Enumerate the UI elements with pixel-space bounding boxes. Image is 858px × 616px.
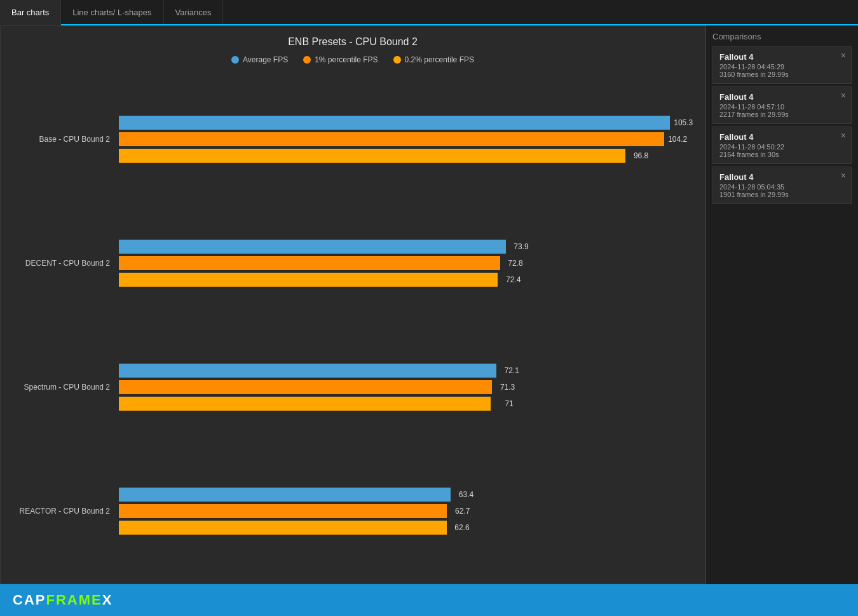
comparison-game-1: Fallout 4: [719, 92, 845, 102]
chart-legend: Average FPS 1% percentile FPS 0.2% perce…: [11, 55, 695, 64]
bar-value-3-0: 63.4: [459, 490, 473, 499]
logo-part2: X: [102, 592, 113, 608]
bar-group-3: REACTOR - CPU Bound 263.462.762.6: [11, 488, 695, 535]
bars-container-2: 72.171.371: [119, 364, 695, 411]
tab-bar-charts[interactable]: Bar charts: [0, 0, 61, 25]
legend-item-02pct: 0.2% percentile FPS: [393, 55, 474, 64]
bar-row-3-0: 63.4: [119, 488, 695, 502]
bar-1-2: 72.4: [119, 273, 498, 287]
legend-dot-02pct: [393, 56, 401, 64]
bar-row-2-1: 71.3: [119, 380, 695, 394]
chart-area: ENB Presets - CPU Bound 2 Average FPS 1%…: [0, 25, 705, 584]
comparison-date-1: 2024-11-28 04:57:10: [719, 103, 845, 111]
bar-2-2: 71: [119, 397, 491, 411]
bar-group-label-1: DECENT - CPU Bound 2: [11, 259, 119, 268]
comparison-card-0: Fallout 4 2024-11-28 04:45:29 3160 frame…: [712, 46, 852, 84]
tab-line-charts[interactable]: Line charts/ L-shapes: [61, 0, 163, 24]
bar-chart: Base - CPU Bound 2105.3104.296.8DECENT -…: [11, 77, 695, 573]
bar-row-0-0: 105.3: [119, 116, 695, 130]
bar-row-1-1: 72.8: [119, 256, 695, 270]
legend-dot-avg: [231, 56, 239, 64]
comparison-game-0: Fallout 4: [719, 52, 845, 62]
close-button-1[interactable]: ×: [841, 91, 846, 100]
comparison-frames-2: 2164 frames in 30s: [719, 151, 845, 158]
bar-value-1-0: 73.9: [514, 242, 528, 251]
bar-1-0: 73.9: [119, 240, 506, 254]
bar-value-1-1: 72.8: [508, 259, 522, 268]
bar-2-1: 71.3: [119, 380, 492, 394]
chart-title: ENB Presets - CPU Bound 2: [11, 36, 695, 48]
legend-dot-1pct: [303, 56, 311, 64]
legend-label-1pct: 1% percentile FPS: [315, 55, 378, 64]
comparison-frames-1: 2217 frames in 29.99s: [719, 111, 845, 118]
legend-item-avg: Average FPS: [231, 55, 288, 64]
close-button-0[interactable]: ×: [841, 51, 846, 60]
bar-value-1-2: 72.4: [506, 275, 521, 284]
bar-value-2-1: 71.3: [500, 383, 515, 392]
bar-0-0: 105.3: [119, 116, 670, 130]
comparison-date-0: 2024-11-28 04:45:29: [719, 63, 845, 71]
bar-group-label-0: Base - CPU Bound 2: [11, 135, 119, 144]
bar-row-1-0: 73.9: [119, 240, 695, 254]
bar-value-0-0: 105.3: [674, 118, 693, 127]
bar-row-2-0: 72.1: [119, 364, 695, 378]
comparison-card-1: Fallout 4 2024-11-28 04:57:10 2217 frame…: [712, 86, 852, 124]
legend-item-1pct: 1% percentile FPS: [303, 55, 378, 64]
bar-3-1: 62.7: [119, 504, 447, 518]
logo-part1: CAP: [13, 592, 46, 608]
bar-0-1: 104.2: [119, 132, 664, 146]
bar-row-0-1: 104.2: [119, 132, 695, 146]
bar-value-0-1: 104.2: [668, 135, 687, 144]
bar-row-0-2: 96.8: [119, 149, 695, 163]
comparison-game-3: Fallout 4: [719, 172, 845, 182]
tab-bar: Bar charts Line charts/ L-shapes Varianc…: [0, 0, 858, 25]
bar-2-0: 72.1: [119, 364, 496, 378]
comparison-date-3: 2024-11-28 05:04:35: [719, 183, 845, 191]
bar-group-0: Base - CPU Bound 2105.3104.296.8: [11, 116, 695, 163]
tab-variances[interactable]: Variances: [164, 0, 224, 24]
legend-label-02pct: 0.2% percentile FPS: [405, 55, 474, 64]
bar-3-0: 63.4: [119, 488, 451, 502]
footer-logo: CAPFRAMEX: [13, 592, 112, 608]
main-content: ENB Presets - CPU Bound 2 Average FPS 1%…: [0, 25, 858, 584]
bar-row-3-2: 62.6: [119, 521, 695, 535]
comparison-game-2: Fallout 4: [719, 132, 845, 142]
footer: CAPFRAMEX: [0, 584, 858, 616]
close-button-3[interactable]: ×: [841, 171, 846, 180]
bar-value-2-0: 72.1: [504, 366, 519, 375]
comparison-frames-0: 3160 frames in 29.99s: [719, 71, 845, 78]
bar-value-3-1: 62.7: [455, 507, 470, 516]
bar-group-2: Spectrum - CPU Bound 272.171.371: [11, 364, 695, 411]
comparison-card-3: Fallout 4 2024-11-28 05:04:35 1901 frame…: [712, 167, 852, 204]
bar-3-2: 62.6: [119, 521, 447, 535]
sidebar-title: Comparisons: [712, 32, 852, 41]
bar-group-label-3: REACTOR - CPU Bound 2: [11, 507, 119, 516]
sidebar: Comparisons Fallout 4 2024-11-28 04:45:2…: [705, 25, 858, 584]
bar-row-2-2: 71: [119, 397, 695, 411]
legend-label-avg: Average FPS: [243, 55, 288, 64]
close-button-2[interactable]: ×: [841, 131, 846, 140]
comparison-frames-3: 1901 frames in 29.99s: [719, 191, 845, 198]
bars-container-0: 105.3104.296.8: [119, 116, 695, 163]
bar-group-label-2: Spectrum - CPU Bound 2: [11, 383, 119, 392]
bar-row-1-2: 72.4: [119, 273, 695, 287]
bar-1-1: 72.8: [119, 256, 500, 270]
bars-container-3: 63.462.762.6: [119, 488, 695, 535]
bars-container-1: 73.972.872.4: [119, 240, 695, 287]
logo-highlight: FRAME: [46, 592, 102, 608]
bar-value-0-2: 96.8: [634, 151, 648, 160]
comparison-card-2: Fallout 4 2024-11-28 04:50:22 2164 frame…: [712, 127, 852, 164]
comparison-date-2: 2024-11-28 04:50:22: [719, 143, 845, 151]
bar-value-3-2: 62.6: [454, 523, 469, 532]
bar-value-2-2: 71: [505, 399, 513, 408]
bar-row-3-1: 62.7: [119, 504, 695, 518]
bar-0-2: 96.8: [119, 149, 625, 163]
bar-group-1: DECENT - CPU Bound 273.972.872.4: [11, 240, 695, 287]
